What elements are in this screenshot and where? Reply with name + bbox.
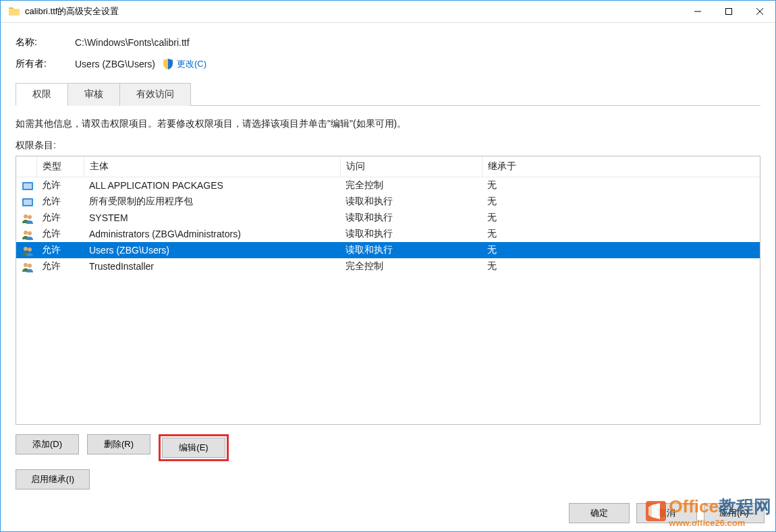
tab-bar: 权限 审核 有效访问	[16, 82, 760, 106]
cell-type: 允许	[36, 177, 84, 194]
svg-point-12	[24, 247, 28, 251]
tab-auditing-label: 审核	[84, 88, 103, 99]
shield-icon	[162, 58, 174, 70]
ok-button[interactable]: 确定	[569, 503, 630, 523]
cell-access: 读取和执行	[340, 242, 482, 258]
tab-effective-access[interactable]: 有效访问	[120, 83, 191, 106]
cancel-button[interactable]: 取消	[636, 503, 697, 523]
cell-type: 允许	[36, 226, 84, 242]
table-row[interactable]: 允许TrustedInstaller完全控制无	[16, 258, 760, 274]
cell-principal: 所有受限制的应用程序包	[84, 194, 340, 210]
package-icon	[22, 181, 34, 191]
advanced-security-window: calibri.ttf的高级安全设置 名称: C:\Windows\Fonts\…	[0, 0, 776, 532]
owner-value: Users (ZBG\Users)	[75, 59, 155, 69]
table-header: 类型 主体 访问 继承于	[16, 156, 760, 177]
tab-auditing[interactable]: 审核	[68, 83, 120, 106]
table-button-row: 添加(D) 删除(R) 编辑(E)	[16, 434, 760, 461]
change-owner-link[interactable]: 更改(C)	[162, 58, 206, 70]
table-row[interactable]: 允许ALL APPLICATION PACKAGES完全控制无	[16, 177, 760, 194]
table-row[interactable]: 允许SYSTEM读取和执行无	[16, 210, 760, 226]
add-button[interactable]: 添加(D)	[16, 434, 79, 454]
cell-inherited: 无	[482, 210, 760, 226]
remove-button[interactable]: 删除(R)	[87, 434, 150, 454]
table-row[interactable]: 允许Users (ZBG\Users)读取和执行无	[16, 242, 760, 258]
table-row[interactable]: 允许所有受限制的应用程序包读取和执行无	[16, 194, 760, 210]
cell-principal: Administrators (ZBG\Administrators)	[84, 226, 340, 242]
cell-inherited: 无	[482, 242, 760, 258]
cell-principal: TrustedInstaller	[84, 258, 340, 274]
svg-rect-7	[24, 200, 32, 205]
owner-row: 所有者: Users (ZBG\Users) 更改(C)	[16, 58, 760, 70]
enable-inheritance-button[interactable]: 启用继承(I)	[16, 469, 90, 490]
cell-type: 允许	[36, 258, 84, 274]
cell-principal: Users (ZBG\Users)	[84, 242, 340, 258]
minimize-button[interactable]	[682, 1, 713, 23]
tab-permissions[interactable]: 权限	[16, 83, 68, 106]
group-icon	[22, 245, 34, 256]
svg-rect-1	[726, 9, 732, 15]
cell-access: 读取和执行	[340, 210, 482, 226]
table-row[interactable]: 允许Administrators (ZBG\Administrators)读取和…	[16, 226, 760, 242]
cell-access: 读取和执行	[340, 194, 482, 210]
cell-type: 允许	[36, 194, 84, 210]
folder-icon	[7, 5, 21, 18]
cell-type: 允许	[36, 210, 84, 226]
group-icon	[22, 262, 34, 272]
col-access[interactable]: 访问	[340, 156, 482, 177]
inherit-row: 启用继承(I)	[16, 469, 760, 490]
name-value: C:\Windows\Fonts\calibri.ttf	[75, 37, 190, 48]
col-inherited[interactable]: 继承于	[482, 156, 760, 177]
cell-inherited: 无	[482, 194, 760, 210]
name-label: 名称:	[16, 36, 75, 49]
window-title: calibri.ttf的高级安全设置	[25, 5, 119, 18]
svg-point-13	[28, 247, 32, 252]
maximize-button[interactable]	[713, 1, 744, 23]
edit-button[interactable]: 编辑(E)	[162, 438, 225, 458]
col-principal[interactable]: 主体	[84, 156, 340, 177]
cell-access: 读取和执行	[340, 226, 482, 242]
description-text: 如需其他信息，请双击权限项目。若要修改权限项目，请选择该项目并单击"编辑"(如果…	[16, 118, 760, 130]
cell-access: 完全控制	[340, 258, 482, 274]
cell-inherited: 无	[482, 177, 760, 194]
permissions-table[interactable]: 类型 主体 访问 继承于 允许ALL APPLICATION PACKAGES完…	[16, 156, 760, 425]
titlebar: calibri.ttf的高级安全设置	[1, 1, 775, 23]
col-type[interactable]: 类型	[36, 156, 84, 177]
apply-button[interactable]: 应用(A)	[704, 503, 765, 523]
owner-label: 所有者:	[16, 58, 75, 70]
cell-type: 允许	[36, 242, 84, 258]
edit-highlight: 编辑(E)	[159, 434, 229, 461]
name-row: 名称: C:\Windows\Fonts\calibri.ttf	[16, 36, 760, 49]
group-icon	[22, 229, 34, 240]
cell-inherited: 无	[482, 258, 760, 274]
cell-access: 完全控制	[340, 177, 482, 194]
close-button[interactable]	[744, 1, 775, 23]
entries-label: 权限条目:	[16, 140, 760, 152]
group-icon	[22, 213, 34, 224]
dialog-footer: 确定 取消 应用(A)	[1, 498, 775, 531]
tab-effective-label: 有效访问	[136, 88, 174, 99]
cell-inherited: 无	[482, 226, 760, 242]
col-icon[interactable]	[16, 156, 36, 177]
svg-point-10	[24, 231, 28, 235]
table-body: 允许ALL APPLICATION PACKAGES完全控制无允许所有受限制的应…	[16, 177, 760, 275]
package-icon	[22, 197, 34, 208]
cell-principal: SYSTEM	[84, 210, 340, 226]
tab-permissions-label: 权限	[32, 88, 51, 99]
svg-rect-5	[24, 183, 32, 189]
cell-principal: ALL APPLICATION PACKAGES	[84, 177, 340, 194]
svg-point-8	[24, 214, 28, 218]
change-owner-text: 更改(C)	[177, 58, 206, 70]
content-area: 名称: C:\Windows\Fonts\calibri.ttf 所有者: Us…	[1, 23, 775, 498]
svg-point-15	[28, 264, 32, 268]
svg-point-11	[28, 231, 32, 235]
svg-point-14	[24, 263, 28, 267]
svg-point-9	[28, 215, 32, 219]
